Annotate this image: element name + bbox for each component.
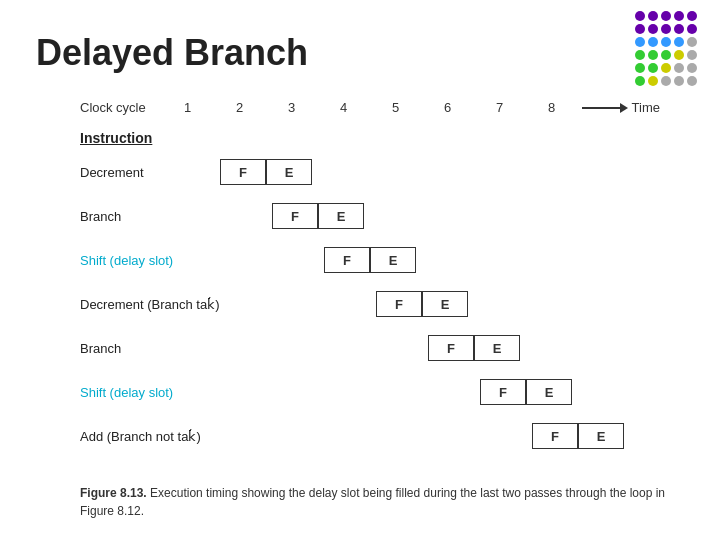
spacer-1 <box>220 216 272 217</box>
figure-label: Figure 8.13. <box>80 486 147 500</box>
instr-name-6: Add (Branch not taḱ) <box>80 429 220 444</box>
cell-6-1: E <box>578 423 624 449</box>
instr-row-4: BranchFE <box>80 331 520 365</box>
spacer-3 <box>220 304 376 305</box>
cell-1-0: F <box>272 203 318 229</box>
cell-2-0: F <box>324 247 370 273</box>
cell-1-1: E <box>318 203 364 229</box>
clock-num-1: 1 <box>162 100 214 115</box>
clock-row: Clock cycle 12345678 Time <box>80 100 660 115</box>
instr-row-5: Shift (delay slot)FE <box>80 375 572 409</box>
clock-numbers: 12345678 <box>162 100 578 115</box>
page-title: Delayed Branch <box>36 32 308 74</box>
spacer-5 <box>220 392 480 393</box>
cell-6-0: F <box>532 423 578 449</box>
figure-caption: Figure 8.13. Execution timing showing th… <box>80 484 690 520</box>
clock-num-3: 3 <box>266 100 318 115</box>
clock-label: Clock cycle <box>80 100 162 115</box>
instruction-header: Instruction <box>80 130 152 146</box>
instr-row-3: Decrement (Branch taḱ)FE <box>80 287 468 321</box>
instr-name-0: Decrement <box>80 165 220 180</box>
spacer-4 <box>220 348 428 349</box>
cell-4-0: F <box>428 335 474 361</box>
cell-5-1: E <box>526 379 572 405</box>
instr-name-3: Decrement (Branch taḱ) <box>80 297 220 312</box>
time-label: Time <box>632 100 660 115</box>
clock-num-8: 8 <box>526 100 578 115</box>
cell-5-0: F <box>480 379 526 405</box>
instr-name-1: Branch <box>80 209 220 224</box>
cell-0-1: E <box>266 159 312 185</box>
instr-name-5: Shift (delay slot) <box>80 385 220 400</box>
clock-num-7: 7 <box>474 100 526 115</box>
cell-4-1: E <box>474 335 520 361</box>
page: Delayed Branch Clock cycle 12345678 Time… <box>0 0 720 540</box>
clock-num-2: 2 <box>214 100 266 115</box>
cell-2-1: E <box>370 247 416 273</box>
cell-3-1: E <box>422 291 468 317</box>
figure-caption-text: Execution timing showing the delay slot … <box>80 486 665 518</box>
instr-row-1: BranchFE <box>80 199 364 233</box>
spacer-2 <box>220 260 324 261</box>
instr-row-0: DecrementFE <box>80 155 312 189</box>
clock-num-5: 5 <box>370 100 422 115</box>
spacer-6 <box>220 436 532 437</box>
instr-row-2: Shift (delay slot)FE <box>80 243 416 277</box>
instr-name-2: Shift (delay slot) <box>80 253 220 268</box>
clock-num-6: 6 <box>422 100 474 115</box>
instr-row-6: Add (Branch not taḱ)FE <box>80 419 624 453</box>
cell-3-0: F <box>376 291 422 317</box>
cell-0-0: F <box>220 159 266 185</box>
arrow-line <box>582 107 622 109</box>
dot-grid <box>632 8 712 88</box>
clock-num-4: 4 <box>318 100 370 115</box>
time-arrow: Time <box>582 100 660 115</box>
instr-name-4: Branch <box>80 341 220 356</box>
